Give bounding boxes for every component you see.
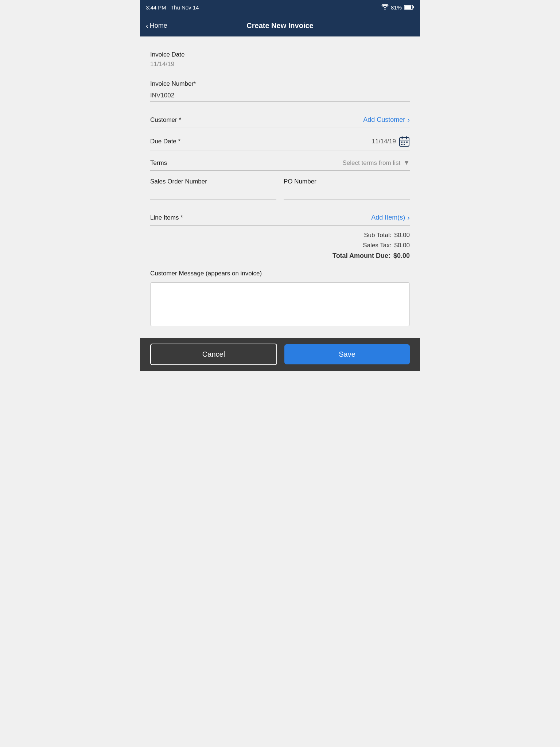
svg-rect-8 xyxy=(404,142,405,143)
svg-rect-1 xyxy=(413,6,414,8)
line-items-row[interactable]: Line Items * Add Item(s) › xyxy=(150,205,410,226)
back-label: Home xyxy=(150,22,167,30)
page-title: Create New Invoice xyxy=(246,22,313,30)
save-button[interactable]: Save xyxy=(284,344,410,364)
battery-percentage: 81% xyxy=(391,4,402,11)
customer-message-label: Customer Message (appears on invoice) xyxy=(150,270,410,277)
back-chevron-icon: ‹ xyxy=(146,22,148,30)
svg-rect-2 xyxy=(405,5,411,9)
back-button[interactable]: ‹ Home xyxy=(146,22,167,30)
sales-order-label: Sales Order Number xyxy=(150,178,276,185)
total-amount-value: $0.00 xyxy=(393,252,410,260)
po-number-label: PO Number xyxy=(284,178,410,185)
terms-dropdown-icon: ▼ xyxy=(403,159,410,167)
customer-label: Customer * xyxy=(150,116,181,124)
time-display: 3:44 PM xyxy=(146,4,166,11)
due-date-label: Due Date * xyxy=(150,138,180,145)
sales-tax-label: Sales Tax: xyxy=(363,242,391,249)
svg-rect-9 xyxy=(406,142,408,143)
due-date-value: 11/14/19 xyxy=(372,138,396,145)
due-date-row[interactable]: Due Date * 11/14/19 xyxy=(150,128,410,151)
terms-row[interactable]: Terms Select terms from list ▼ xyxy=(150,151,410,171)
status-bar: 3:44 PM Thu Nov 14 81% xyxy=(140,0,420,15)
terms-label: Terms xyxy=(150,159,167,167)
sales-order-input[interactable] xyxy=(150,187,276,200)
subtotal-value: $0.00 xyxy=(394,232,410,239)
terms-placeholder: Select terms from list xyxy=(342,159,400,167)
total-amount-row: Total Amount Due: $0.00 xyxy=(150,252,410,260)
form-section: Invoice Date 11/14/19 Invoice Number* Cu… xyxy=(140,36,420,338)
customer-row[interactable]: Customer * Add Customer › xyxy=(150,108,410,128)
add-customer-label: Add Customer xyxy=(363,116,405,124)
subtotal-row: Sub Total: $0.00 xyxy=(150,232,410,239)
invoice-date-value: 11/14/19 xyxy=(150,61,410,68)
svg-rect-10 xyxy=(401,144,402,145)
customer-message-input[interactable] xyxy=(150,282,410,326)
bottom-bar: Cancel Save xyxy=(140,338,420,371)
totals-section: Sub Total: $0.00 Sales Tax: $0.00 Total … xyxy=(150,226,410,260)
add-items-chevron-icon: › xyxy=(407,213,410,222)
po-number-input[interactable] xyxy=(284,187,410,200)
invoice-date-group: Invoice Date 11/14/19 xyxy=(150,44,410,73)
order-po-row: Sales Order Number PO Number xyxy=(150,171,410,202)
invoice-number-input[interactable] xyxy=(150,90,410,102)
customer-chevron-icon: › xyxy=(407,116,410,124)
terms-select[interactable]: Select terms from list ▼ xyxy=(342,159,410,167)
svg-rect-11 xyxy=(404,144,405,145)
status-bar-left: 3:44 PM Thu Nov 14 xyxy=(146,4,199,11)
due-date-value-group: 11/14/19 xyxy=(372,136,410,147)
invoice-number-group: Invoice Number* xyxy=(150,73,410,105)
line-items-label: Line Items * xyxy=(150,214,183,221)
add-items-label: Add Item(s) xyxy=(371,214,405,221)
total-amount-label: Total Amount Due: xyxy=(332,252,390,260)
invoice-date-label: Invoice Date xyxy=(150,51,410,58)
add-customer-button[interactable]: Add Customer › xyxy=(363,116,410,124)
cancel-button[interactable]: Cancel xyxy=(150,344,277,365)
po-number-col: PO Number xyxy=(284,178,410,200)
invoice-number-label: Invoice Number* xyxy=(150,80,410,88)
form-content: Invoice Date 11/14/19 Invoice Number* Cu… xyxy=(140,36,420,338)
date-display: Thu Nov 14 xyxy=(171,4,199,11)
customer-message-section: Customer Message (appears on invoice) xyxy=(150,263,410,330)
subtotal-label: Sub Total: xyxy=(364,232,391,239)
sales-tax-row: Sales Tax: $0.00 xyxy=(150,242,410,249)
status-bar-right: 81% xyxy=(381,4,414,11)
wifi-icon xyxy=(381,4,389,10)
battery-icon xyxy=(404,5,414,10)
add-items-button[interactable]: Add Item(s) › xyxy=(371,213,410,222)
svg-rect-7 xyxy=(401,142,402,143)
sales-tax-value: $0.00 xyxy=(394,242,410,249)
nav-bar: ‹ Home Create New Invoice xyxy=(140,15,420,36)
calendar-icon[interactable] xyxy=(399,136,410,147)
sales-order-col: Sales Order Number xyxy=(150,178,276,200)
